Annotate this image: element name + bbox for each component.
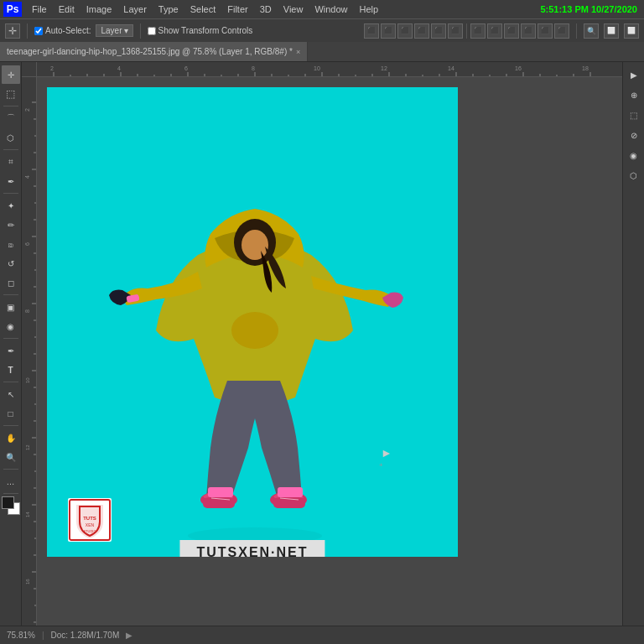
right-panel-btn-1[interactable]: ▶ (625, 65, 643, 84)
right-panel-btn-4[interactable]: ⊘ (625, 126, 643, 144)
eyedropper-tool[interactable]: ✒ (2, 172, 20, 190)
menu-window[interactable]: Window (309, 3, 352, 15)
svg-text:10: 10 (25, 377, 30, 383)
svg-rect-94 (273, 496, 305, 508)
svg-rect-91 (203, 496, 235, 508)
menu-layer[interactable]: Layer (118, 3, 152, 15)
panel-toggle-icon[interactable]: ⬜ (624, 23, 639, 39)
blur-tool[interactable]: ◉ (2, 317, 20, 335)
svg-text:16: 16 (25, 579, 30, 584)
tool-sep-4 (3, 294, 18, 295)
align-top-icon[interactable]: ⬛ (414, 23, 429, 39)
stamp-tool[interactable]: ⎄ (2, 235, 20, 253)
healing-brush-tool[interactable]: ✦ (2, 196, 20, 215)
extra-tool[interactable]: … (2, 472, 20, 491)
eraser-tool[interactable]: ◻ (2, 273, 20, 292)
auto-select-check[interactable]: Auto-Select: (34, 26, 91, 35)
path-select-tool[interactable]: ↖ (2, 385, 20, 403)
right-panel-btn-5[interactable]: ◉ (625, 146, 643, 164)
quick-select-tool[interactable]: ⬡ (2, 128, 20, 147)
options-sep-4 (576, 23, 577, 39)
svg-rect-0 (37, 62, 622, 77)
tool-sep-2 (3, 149, 18, 150)
svg-text:4: 4 (24, 175, 30, 179)
svg-text:2: 2 (50, 65, 54, 71)
tab-close-button[interactable]: × (296, 48, 300, 56)
distribute4-icon[interactable]: ⬛ (521, 23, 536, 39)
menu-edit[interactable]: Edit (54, 3, 80, 15)
menu-file[interactable]: File (27, 3, 52, 15)
right-panel-btn-3[interactable]: ⬚ (625, 106, 643, 124)
menu-filter[interactable]: Filter (222, 3, 252, 15)
align-left-icon[interactable]: ⬛ (364, 23, 379, 39)
svg-point-88 (242, 230, 268, 260)
distribute2-icon[interactable]: ⬛ (487, 23, 502, 39)
right-panel: ▶ ⊕ ⬚ ⊘ ◉ ⬡ (622, 62, 644, 626)
menu-image[interactable]: Image (81, 3, 117, 15)
search-icon[interactable]: 🔍 (584, 23, 599, 39)
menu-view[interactable]: View (278, 3, 309, 15)
text-tool[interactable]: T (2, 361, 20, 379)
status-sep-1: | (42, 631, 44, 640)
rectangular-marquee-tool[interactable]: ⬚ (2, 85, 20, 103)
status-arrow[interactable]: ▶ (126, 631, 132, 640)
main-area: ✛ ⬚ ⌒ ⬡ ⌗ ✒ ✦ ✏ ⎄ ↺ ◻ ▣ ◉ ✒ T ↖ □ ✋ 🔍 … (0, 62, 644, 626)
distribute5-icon[interactable]: ⬛ (538, 23, 553, 39)
align-middle-icon[interactable]: ⬛ (431, 23, 446, 39)
foreground-color-swatch[interactable] (2, 496, 14, 509)
distribute-icon[interactable]: ⬛ (470, 23, 486, 39)
status-bar: 75.81% | Doc: 1.28M/1.70M ▶ (0, 626, 644, 644)
history-brush-tool[interactable]: ↺ (2, 254, 20, 273)
tool-sep-5 (3, 338, 18, 339)
options-sep-2 (140, 23, 141, 39)
svg-rect-96 (208, 487, 233, 497)
dancer-svg: TUTS XEN STUDIO (47, 87, 458, 557)
tutsxen-banner: TUTSXEN·NET (179, 540, 325, 557)
move-tool[interactable]: ✛ (2, 65, 20, 84)
show-transform-check[interactable]: Show Transform Controls (148, 26, 253, 35)
tool-sep-9 (3, 493, 18, 494)
pen-tool[interactable]: ✒ (2, 341, 20, 360)
brush-tool[interactable]: ✏ (2, 216, 20, 234)
ps-logo: Ps (3, 2, 22, 17)
lasso-tool[interactable]: ⌒ (2, 109, 20, 127)
canvas-document[interactable]: TUTS XEN STUDIO TUTSXEN·NET ► + (47, 87, 458, 557)
crop-tool[interactable]: ⌗ (2, 153, 20, 171)
foreground-background-color[interactable] (2, 496, 20, 515)
clock: 5:51:13 PM 10/27/2020 (540, 4, 641, 14)
gradient-tool[interactable]: ▣ (2, 298, 20, 316)
document-tab[interactable]: teenager-girl-dancing-hip-hop_1368-25155… (0, 42, 308, 61)
auto-select-label: Auto-Select: (45, 26, 91, 35)
distribute3-icon[interactable]: ⬛ (504, 23, 519, 39)
menu-3d[interactable]: 3D (255, 3, 277, 15)
tab-filename: teenager-girl-dancing-hip-hop_1368-25155… (7, 47, 293, 56)
move-tool-options-icon[interactable]: ✛ (5, 23, 20, 39)
menu-select[interactable]: Select (185, 3, 221, 15)
auto-select-checkbox[interactable] (34, 27, 43, 35)
ruler-top: 2 4 6 8 (37, 62, 622, 77)
show-transform-checkbox[interactable] (148, 27, 156, 35)
align-center-icon[interactable]: ⬛ (381, 23, 396, 39)
hand-tool[interactable]: ✋ (2, 428, 20, 447)
svg-text:XEN: XEN (86, 522, 95, 527)
menu-help[interactable]: Help (355, 3, 384, 15)
layer-dropdown[interactable]: Layer ▾ (96, 24, 132, 37)
shape-tool[interactable]: □ (2, 404, 20, 423)
menu-type[interactable]: Type (153, 3, 184, 15)
show-transform-label: Show Transform Controls (158, 26, 253, 35)
align-right-icon[interactable]: ⬛ (397, 23, 413, 39)
right-panel-btn-6[interactable]: ⬡ (625, 166, 643, 184)
distribute6-icon[interactable]: ⬛ (554, 23, 569, 39)
options-sep-1 (27, 23, 28, 39)
svg-text:16: 16 (515, 65, 522, 71)
zoom-tool[interactable]: 🔍 (2, 448, 20, 466)
left-toolbar: ✛ ⬚ ⌒ ⬡ ⌗ ✒ ✦ ✏ ⎄ ↺ ◻ ▣ ◉ ✒ T ↖ □ ✋ 🔍 … (0, 62, 22, 626)
tool-sep-8 (3, 469, 18, 470)
align-bottom-icon[interactable]: ⬛ (448, 23, 463, 39)
canvas-image: TUTS XEN STUDIO TUTSXEN·NET (47, 87, 458, 557)
extras-icon[interactable]: ⬜ (604, 23, 619, 39)
svg-text:8: 8 (24, 309, 30, 313)
options-sep-3 (466, 23, 467, 39)
right-panel-btn-2[interactable]: ⊕ (625, 86, 643, 104)
svg-text:10: 10 (314, 65, 320, 71)
